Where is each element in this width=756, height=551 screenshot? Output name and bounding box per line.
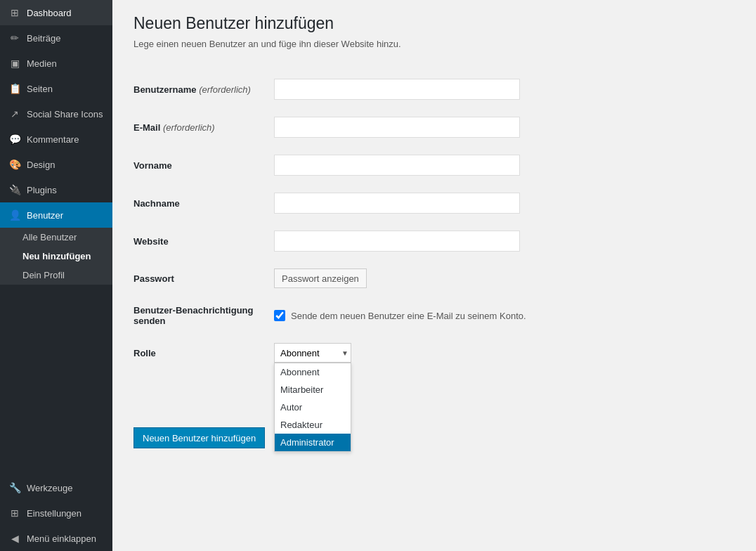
sidebar-item-benutzer[interactable]: 👤 Benutzer [0,202,112,228]
sidebar-item-einstellungen[interactable]: ⊞ Einstellungen [0,500,112,526]
collapse-icon: ◀ [8,532,21,545]
dropdown-option-abonnent[interactable]: Abonnent [275,363,351,381]
page-subtitle: Lege einen neuen Benutzer an und füge ih… [133,39,735,49]
sidebar-item-label: Menü einklappen [27,533,96,544]
role-select[interactable]: Abonnent Mitarbeiter Autor Redakteur Adm… [274,343,351,363]
vorname-label: Vorname [133,146,274,184]
username-row: Benutzername (erforderlich) [133,70,735,108]
sidebar-item-medien[interactable]: ▣ Medien [0,51,112,76]
dashboard-icon: ⊞ [8,6,21,19]
email-label: E-Mail (erforderlich) [133,108,274,146]
werkzeuge-icon: 🔧 [8,481,21,494]
dropdown-option-administrator[interactable]: Administrator [275,434,351,451]
username-label: Benutzername (erforderlich) [133,70,274,108]
submenu-alle-benutzer[interactable]: Alle Benutzer [0,228,112,247]
sidebar-item-beitraege[interactable]: ✏ Beiträge [0,25,112,51]
notification-label: Benutzer-Benachrichtigung senden [133,297,274,335]
sidebar-item-werkzeuge[interactable]: 🔧 Werkzeuge [0,475,112,500]
sidebar-item-label: Kommentare [27,134,79,145]
username-input[interactable] [274,79,520,100]
beitraege-icon: ✏ [8,32,21,44]
submenu-dein-profil[interactable]: Dein Profil [0,266,112,285]
email-input[interactable] [274,117,520,138]
sidebar-item-label: Design [27,160,55,170]
notification-checkbox[interactable] [274,310,285,321]
website-row: Website [133,222,735,260]
submit-add-user-button[interactable]: Neuen Benutzer hinzufügen [133,427,265,448]
sidebar-item-social-share[interactable]: ↗ Social Share Icons [0,101,112,127]
einstellungen-icon: ⊞ [8,507,21,519]
show-password-button[interactable]: Passwort anzeigen [274,268,367,288]
design-icon: 🎨 [8,158,21,171]
rolle-label: Rolle [133,335,274,371]
notification-checkbox-label: Sende dem neuen Benutzer eine E-Mail zu … [291,311,526,321]
sidebar-item-plugins[interactable]: 🔌 Plugins [0,177,112,202]
page-title: Neuen Benutzer hinzufügen [133,14,735,33]
sidebar-item-label: Werkzeuge [27,483,73,493]
benutzer-icon: 👤 [8,209,21,221]
submenu-neu-hinzufuegen[interactable]: Neu hinzufügen [0,247,112,266]
sidebar-item-label: Seiten [27,84,53,94]
sidebar-item-label: Einstellungen [27,508,82,519]
sidebar-item-menue-einklappen[interactable]: ◀ Menü einklappen [0,526,112,551]
seiten-icon: 📋 [8,82,21,95]
nachname-input[interactable] [274,193,520,214]
vorname-row: Vorname [133,146,735,184]
sidebar-item-label: Dashboard [27,8,72,18]
sidebar-item-label: Benutzer [27,210,63,221]
nachname-label: Nachname [133,184,274,222]
role-section: Abonnent Mitarbeiter Autor Redakteur Adm… [274,343,735,363]
sidebar-item-label: Social Share Icons [27,109,103,119]
nachname-row: Nachname [133,184,735,222]
notification-row: Benutzer-Benachrichtigung senden Sende d… [133,297,735,335]
notification-checkbox-row: Sende dem neuen Benutzer eine E-Mail zu … [274,310,735,321]
sidebar-item-seiten[interactable]: 📋 Seiten [0,76,112,101]
role-select-wrapper: Abonnent Mitarbeiter Autor Redakteur Adm… [274,343,351,363]
passwort-label: Passwort [133,260,274,297]
dropdown-option-autor[interactable]: Autor [275,398,351,416]
rolle-row: Rolle Abonnent Mitarbeiter Autor Redakte… [133,335,735,371]
kommentare-icon: 💬 [8,133,21,145]
sidebar-item-design[interactable]: 🎨 Design [0,152,112,177]
passwort-row: Passwort Passwort anzeigen [133,260,735,297]
user-form: Benutzername (erforderlich) E-Mail (erfo… [133,70,735,371]
benutzer-submenu: Alle Benutzer Neu hinzufügen Dein Profil [0,228,112,285]
plugins-icon: 🔌 [8,183,21,196]
role-dropdown-list: Abonnent Mitarbeiter Autor Redakteur Adm… [274,363,351,452]
medien-icon: ▣ [8,57,21,70]
sidebar-item-label: Plugins [27,185,57,195]
email-row: E-Mail (erforderlich) [133,108,735,146]
sidebar-item-kommentare[interactable]: 💬 Kommentare [0,127,112,152]
social-share-icon: ↗ [8,108,21,120]
vorname-input[interactable] [274,155,520,176]
sidebar-item-dashboard[interactable]: ⊞ Dashboard [0,0,112,25]
website-label: Website [133,222,274,260]
sidebar-item-label: Beiträge [27,33,60,44]
website-input[interactable] [274,231,520,252]
main-content: Neuen Benutzer hinzufügen Lege einen neu… [112,0,756,551]
dropdown-option-mitarbeiter[interactable]: Mitarbeiter [275,381,351,398]
sidebar-item-label: Medien [27,58,57,69]
dropdown-option-redakteur[interactable]: Redakteur [275,416,351,434]
sidebar: ⊞ Dashboard ✏ Beiträge ▣ Medien 📋 Seiten… [0,0,112,551]
